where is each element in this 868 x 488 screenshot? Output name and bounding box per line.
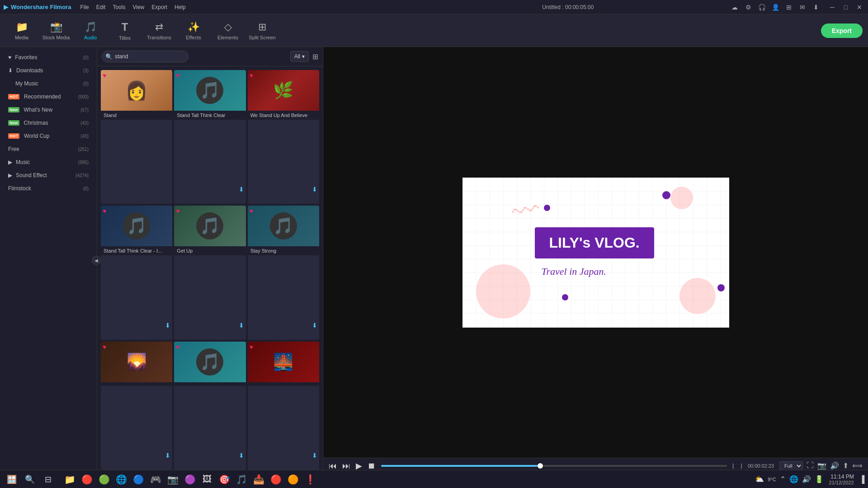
taskbar-app-explorer[interactable]: 📁 (61, 471, 78, 488)
sidebar-item-music[interactable]: ▶ Music (995) (3, 156, 94, 169)
taskbar-app-photo2[interactable]: 🖼 (199, 471, 215, 488)
toolbar-stock-media[interactable]: 📸 Stock Media (40, 16, 72, 45)
stock-icon: 📸 (50, 21, 62, 33)
filter-dropdown[interactable]: All ▾ (290, 51, 309, 62)
export-frame-button[interactable]: ⬆ (843, 461, 849, 470)
sidebar-item-christmas[interactable]: New Christmas (43) (3, 117, 94, 129)
screenshot-button[interactable]: 📷 (817, 461, 826, 470)
media-item-get-up[interactable]: 🎵 ♥ ⬇ Get Up (174, 206, 245, 339)
sidebar-item-sound-effect[interactable]: ▶ Sound Effect (4274) (3, 169, 94, 182)
search-input[interactable] (102, 51, 189, 62)
menu-file[interactable]: File (80, 4, 89, 10)
skip-back-button[interactable]: ⏮ (329, 461, 337, 471)
minimize-button[interactable]: ─ (827, 2, 837, 12)
stock-label: Stock Media (42, 35, 70, 40)
grid-view-button[interactable]: ⊞ (312, 52, 318, 61)
network-icon[interactable]: 🌐 (789, 475, 798, 483)
world-cup-count: (43) (80, 134, 89, 139)
sidebar-item-recommended[interactable]: HOT Recommended (500) (3, 90, 94, 103)
play-button[interactable]: ▶ (356, 461, 362, 471)
menu-help[interactable]: Help (175, 4, 186, 10)
display-btn[interactable]: ⊞ (785, 3, 793, 11)
favorite-icon-7: ♥ (103, 343, 106, 351)
taskbar-app-photo[interactable]: 📷 (165, 471, 181, 488)
toolbar-effects[interactable]: ✨ Effects (177, 16, 210, 45)
taskbar-app-blue[interactable]: 🔵 (130, 471, 146, 488)
taskbar-app-opera[interactable]: 🔴 (79, 471, 95, 488)
sidebar-item-filmstock[interactable]: Filmstock (0) (3, 182, 94, 195)
menu-export[interactable]: Export (151, 4, 167, 10)
menu-tools[interactable]: Tools (113, 4, 125, 10)
show-desktop-button[interactable]: ▐ (859, 475, 864, 483)
mail-btn[interactable]: ✉ (798, 3, 807, 11)
taskbar-app-dl[interactable]: 📥 (250, 471, 267, 488)
search-button[interactable]: 🔍 (22, 471, 38, 488)
free-count: (251) (78, 147, 89, 152)
weather-icon: ⛅ (755, 475, 764, 483)
media-item-stay-strong[interactable]: 🎵 ♥ ⬇ Stay Strong (248, 206, 319, 339)
media-item-stand-tall-2[interactable]: 🎵 ♥ ⬇ Stand Tall Think Clear - I... (101, 206, 172, 339)
export-button[interactable]: Export (821, 23, 863, 38)
bracket-right[interactable]: ⌋ (740, 463, 742, 469)
step-back-button[interactable]: ⏭ (342, 461, 350, 471)
toolbar-split-screen[interactable]: ⊞ Split Screen (246, 16, 278, 45)
account-btn[interactable]: 👤 (771, 3, 779, 11)
sidebar-item-downloads[interactable]: ⬇ Downloads (3) (3, 64, 94, 77)
whats-new-label: What's New (24, 107, 53, 113)
audio-mix-button[interactable]: 🔊 (830, 461, 839, 470)
taskbar-app-purple[interactable]: 🟣 (182, 471, 198, 488)
media-icon: 📁 (16, 21, 28, 33)
bracket-left[interactable]: ⌊ (732, 463, 735, 469)
media-item-we-stand-up[interactable]: 🌿 ♥ ⬇ We Stand Up And Believe (248, 70, 319, 204)
menu-edit[interactable]: Edit (96, 4, 106, 10)
task-view-button[interactable]: ⊟ (40, 471, 56, 488)
toolbar-media[interactable]: 📁 Media (5, 16, 38, 45)
battery-icon[interactable]: 🔋 (815, 475, 824, 483)
maximize-button[interactable]: □ (841, 2, 851, 12)
settings-btn[interactable]: ⚙ (744, 3, 752, 11)
taskbar-app-red[interactable]: 🔴 (268, 471, 284, 488)
sidebar-item-favorites[interactable]: ♥ Favorites (0) (3, 51, 94, 64)
headphone-btn[interactable]: 🎧 (758, 3, 766, 11)
taskbar-time[interactable]: 11:14 PM 21/12/2022 (829, 474, 854, 485)
media-item-8[interactable]: 🎵 ♥ ⬇ (174, 342, 245, 470)
toolbar-transitions[interactable]: ⇄ Transitions (143, 16, 175, 45)
stop-button[interactable]: ⏹ (368, 461, 376, 471)
taskbar-apps: 📁 🔴 🟢 🌐 🔵 🎮 📷 🟣 🖼 🎯 🎵 📥 🔴 🟠 ❗ (61, 471, 318, 488)
collapse-panel-button[interactable]: ◀ (92, 256, 101, 265)
caret-up-icon[interactable]: ⌃ (780, 475, 786, 483)
taskbar-right: ⛅ 9°C ⌃ 🌐 🔊 🔋 11:14 PM 21/12/2022 ▐ (755, 474, 864, 485)
start-button[interactable]: 🪟 (4, 471, 20, 488)
close-button[interactable]: ✕ (854, 2, 864, 12)
taskbar-app-game[interactable]: 🎮 (147, 471, 164, 488)
pink-circle-1 (476, 264, 530, 319)
toolbar-audio[interactable]: 🎵 Audio (74, 16, 107, 45)
media-item-stand[interactable]: 👩 ♥ Stand (101, 70, 172, 204)
sidebar-item-free[interactable]: Free (251) (3, 143, 94, 155)
taskbar-app-red2[interactable]: ❗ (302, 471, 318, 488)
quality-select[interactable]: Full 1/2 1/4 (779, 461, 803, 470)
progress-bar[interactable] (381, 465, 727, 467)
media-item-stand-tall-think-clear[interactable]: 🎵 ♥ ⬇ Stand Tall Think Clear (174, 70, 245, 204)
window-controls: ─ □ ✕ (827, 2, 864, 12)
toolbar-elements[interactable]: ◇ Elements (212, 16, 244, 45)
taskbar-app-game2[interactable]: 🎯 (216, 471, 232, 488)
sidebar-item-whats-new[interactable]: New What's New (67) (3, 103, 94, 116)
menu-view[interactable]: View (132, 4, 144, 10)
taskbar-app-chrome[interactable]: 🌐 (113, 471, 129, 488)
pink-circle-3 (670, 187, 693, 209)
fullscreen-button[interactable]: ⛶ (807, 461, 814, 470)
taskbar-app-music[interactable]: 🎵 (233, 471, 250, 488)
media-item-9[interactable]: 🌉 ♥ ⬇ (248, 342, 319, 470)
sidebar-item-world-cup[interactable]: HOT World Cup (43) (3, 130, 94, 142)
toolbar-titles[interactable]: T Titles (108, 16, 141, 45)
download-btn[interactable]: ⬇ (812, 3, 820, 11)
compare-button[interactable]: ⟺ (852, 461, 863, 470)
filmstock-count: (0) (83, 186, 89, 191)
media-item-7[interactable]: 🌄 ♥ ⬇ (101, 342, 172, 470)
volume-icon[interactable]: 🔊 (802, 475, 811, 483)
taskbar-app-vlc[interactable]: 🟠 (285, 471, 301, 488)
sidebar-item-my-music[interactable]: My Music (0) (3, 77, 94, 90)
cloud-btn[interactable]: ☁ (731, 3, 739, 11)
taskbar-app-nvidia[interactable]: 🟢 (96, 471, 112, 488)
